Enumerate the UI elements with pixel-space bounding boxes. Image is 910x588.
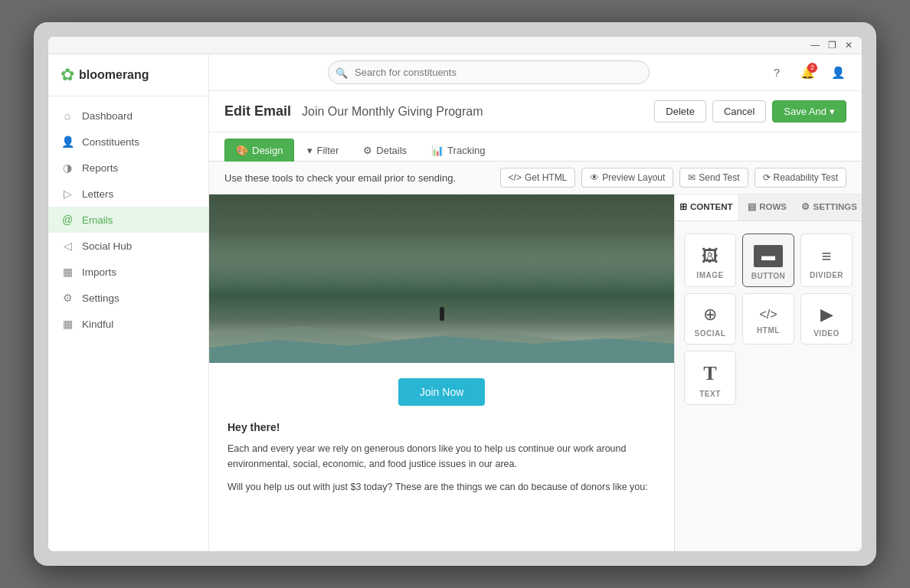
panel-tabs: ⊞ CONTENT ▤ ROWS ⚙ SETTINGS bbox=[675, 194, 862, 221]
email-canvas[interactable]: Join Now Hey there! Each and every year … bbox=[209, 194, 674, 551]
header-actions: Delete Cancel Save And ▾ bbox=[654, 100, 846, 122]
video-block-label: VIDEO bbox=[813, 329, 840, 338]
code-icon: </> bbox=[509, 172, 522, 183]
panel-item-image[interactable]: 🖼 IMAGE bbox=[684, 234, 736, 287]
tab-design[interactable]: 🎨 Design bbox=[224, 139, 294, 162]
panel-settings-icon: ⚙ bbox=[801, 201, 810, 212]
panel-tab-rows[interactable]: ▤ ROWS bbox=[738, 194, 797, 220]
sidebar-nav: ⌂ Dashboard 👤 Constituents ◑ Reports ▷ L… bbox=[48, 96, 208, 551]
panel-tab-settings[interactable]: ⚙ SETTINGS bbox=[797, 194, 862, 220]
panel-item-social[interactable]: ⊕ SOCIAL bbox=[684, 293, 736, 345]
toolbar-row: Use these tools to check your email prio… bbox=[209, 162, 862, 194]
preview-layout-button[interactable]: 👁 Preview Layout bbox=[581, 168, 673, 188]
constituents-icon: 👤 bbox=[61, 136, 74, 148]
email-greeting: Hey there! bbox=[228, 421, 656, 433]
join-now-button[interactable]: Join Now bbox=[398, 378, 486, 406]
get-html-button[interactable]: </> Get HTML bbox=[500, 168, 576, 188]
get-html-label: Get HTML bbox=[525, 172, 567, 183]
sidebar-label-reports: Reports bbox=[82, 162, 118, 174]
main-content: 🔍 ? 🔔 2 👤 Edit Email bbox=[209, 54, 862, 551]
social-block-label: SOCIAL bbox=[695, 329, 726, 338]
eye-icon: 👁 bbox=[590, 172, 599, 183]
sidebar-item-kindful[interactable]: ▦ Kindful bbox=[48, 311, 208, 337]
logo-text: bloomerang bbox=[79, 68, 149, 82]
html-block-label: HTML bbox=[757, 326, 780, 335]
reports-icon: ◑ bbox=[61, 162, 74, 174]
details-tab-icon: ⚙ bbox=[363, 145, 372, 156]
logo-icon: ✿ bbox=[61, 65, 74, 85]
panel-item-video[interactable]: ▶ VIDEO bbox=[800, 293, 853, 345]
divider-block-label: DIVIDER bbox=[810, 271, 843, 279]
rows-tab-label: ROWS bbox=[759, 202, 787, 211]
cancel-button[interactable]: Cancel bbox=[712, 100, 766, 122]
search-bar: 🔍 bbox=[328, 60, 650, 84]
tabs-row: 🎨 Design ▾ Filter ⚙ Details 📊 Tracking bbox=[209, 132, 862, 162]
maximize-button[interactable]: ❐ bbox=[827, 40, 837, 51]
kindful-icon: ▦ bbox=[61, 318, 74, 330]
tab-filter[interactable]: ▾ Filter bbox=[296, 139, 350, 162]
panel-tab-content[interactable]: ⊞ CONTENT bbox=[675, 194, 738, 220]
tracking-tab-icon: 📊 bbox=[431, 145, 444, 156]
minimize-button[interactable]: — bbox=[810, 40, 820, 51]
notifications-button[interactable]: 🔔 2 bbox=[796, 61, 819, 84]
image-block-label: IMAGE bbox=[696, 271, 723, 279]
sidebar-item-letters[interactable]: ▷ Letters bbox=[48, 181, 208, 207]
sidebar-item-dashboard[interactable]: ⌂ Dashboard bbox=[48, 103, 208, 129]
image-block-icon: 🖼 bbox=[702, 247, 719, 266]
search-input[interactable] bbox=[328, 60, 650, 84]
tab-tracking[interactable]: 📊 Tracking bbox=[420, 139, 496, 162]
imports-icon: ▦ bbox=[61, 266, 74, 278]
header-icons: ? 🔔 2 👤 bbox=[765, 61, 849, 84]
sidebar-item-imports[interactable]: ▦ Imports bbox=[48, 259, 208, 285]
panel-settings-label: SETTINGS bbox=[813, 202, 857, 211]
sidebar-item-settings[interactable]: ⚙ Settings bbox=[48, 285, 208, 311]
social-block-icon: ⊕ bbox=[703, 305, 717, 325]
save-and-button[interactable]: Save And ▾ bbox=[772, 100, 846, 122]
sidebar: ✿ bloomerang ⌂ Dashboard 👤 Constituents … bbox=[48, 54, 209, 551]
search-icon: 🔍 bbox=[336, 67, 348, 78]
panel-item-button[interactable]: ▬ BUTTON bbox=[742, 234, 794, 287]
delete-button[interactable]: Delete bbox=[654, 100, 706, 122]
sidebar-label-dashboard: Dashboard bbox=[82, 110, 133, 122]
panel-item-text[interactable]: T TEXT bbox=[684, 351, 736, 405]
panel-item-divider[interactable]: ≡ DIVIDER bbox=[800, 234, 853, 287]
sidebar-label-social-hub: Social Hub bbox=[82, 240, 132, 252]
html-block-icon: </> bbox=[759, 308, 777, 322]
panel-item-html[interactable]: </> HTML bbox=[742, 293, 794, 345]
sidebar-item-reports[interactable]: ◑ Reports bbox=[48, 155, 208, 181]
text-block-icon: T bbox=[703, 362, 716, 385]
settings-icon: ⚙ bbox=[61, 292, 74, 304]
social-hub-icon: ◁ bbox=[61, 240, 74, 252]
content-tab-icon: ⊞ bbox=[679, 201, 687, 212]
help-button[interactable]: ? bbox=[765, 61, 788, 84]
sidebar-label-settings: Settings bbox=[82, 292, 119, 304]
filter-tab-label: Filter bbox=[316, 145, 339, 156]
rows-tab-icon: ▤ bbox=[748, 201, 756, 212]
notification-badge: 2 bbox=[807, 63, 817, 73]
app-container: — ❐ ✕ ✿ bloomerang ⌂ Dashboard bbox=[34, 22, 876, 566]
page-subtitle: Join Our Monthly Giving Program bbox=[302, 105, 483, 119]
close-button[interactable]: ✕ bbox=[843, 40, 854, 51]
dashboard-icon: ⌂ bbox=[61, 109, 74, 122]
sidebar-item-emails[interactable]: @ Emails bbox=[48, 207, 208, 233]
sidebar-label-emails: Emails bbox=[82, 214, 113, 226]
logo-area: ✿ bloomerang bbox=[48, 54, 208, 96]
join-button-block: Join Now bbox=[209, 363, 674, 421]
person-figure bbox=[440, 307, 444, 321]
user-account-button[interactable]: 👤 bbox=[827, 61, 849, 84]
send-test-button[interactable]: ✉ Send Test bbox=[679, 168, 748, 188]
toolbar-hint: Use these tools to check your email prio… bbox=[224, 172, 494, 184]
tab-details[interactable]: ⚙ Details bbox=[352, 139, 418, 162]
email-image-block[interactable] bbox=[209, 194, 674, 363]
video-block-icon: ▶ bbox=[820, 305, 833, 325]
send-icon: ✉ bbox=[688, 172, 696, 183]
readability-test-button[interactable]: ⟳ Readability Test bbox=[755, 168, 847, 188]
email-text-block: Hey there! Each and every year we rely o… bbox=[209, 421, 674, 518]
email-body-text-2: Will you help us out with just $3 today?… bbox=[228, 479, 656, 495]
sidebar-item-social-hub[interactable]: ◁ Social Hub bbox=[48, 233, 208, 259]
send-test-label: Send Test bbox=[699, 172, 739, 183]
sidebar-item-constituents[interactable]: 👤 Constituents bbox=[48, 129, 208, 155]
text-block-label: TEXT bbox=[699, 390, 721, 398]
divider-block-icon: ≡ bbox=[822, 247, 832, 266]
app-window: — ❐ ✕ ✿ bloomerang ⌂ Dashboard bbox=[47, 36, 863, 552]
